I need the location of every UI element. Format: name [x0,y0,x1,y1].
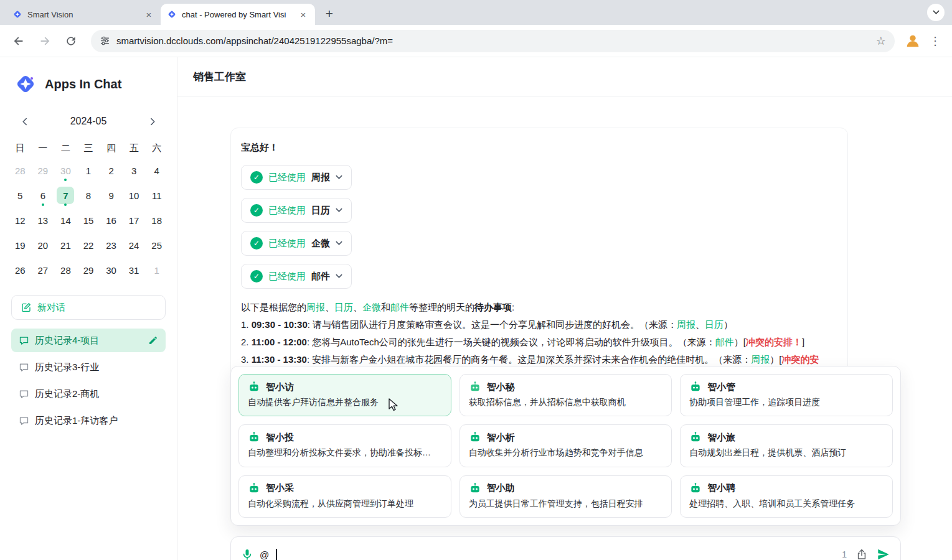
used-app-pill-mail[interactable]: ✓ 已经使用 邮件 [241,264,352,289]
send-icon[interactable] [877,548,890,560]
tab-close-icon[interactable]: × [298,9,309,20]
profile-avatar[interactable] [903,32,922,50]
agent-card-secretary[interactable]: 智小秘 获取招标信息，并从招标信息中获取商机 [460,374,672,416]
upload-icon[interactable] [855,548,868,560]
agent-card-analysis[interactable]: 智小析 自动收集并分析行业市场趋势和竞争对手信息 [460,424,672,467]
calendar-day[interactable]: 28 [9,158,32,183]
calendar-day[interactable]: 20 [32,233,55,258]
calendar-day[interactable]: 28 [54,258,77,282]
calendar-day[interactable]: 2 [100,158,123,183]
robot-icon [469,381,481,393]
source-link[interactable]: 周报 [677,319,695,330]
calendar-day[interactable]: 4 [145,158,168,183]
agent-name: 智小采 [266,482,294,494]
agent-card-bidding[interactable]: 智小投 自动整理和分析投标文件要求，协助准备投标… [238,424,451,467]
microphone-icon[interactable] [241,548,253,560]
reload-button[interactable] [60,30,82,52]
edit-pencil-icon[interactable] [148,335,158,345]
source-link[interactable]: 周报 [751,354,770,365]
agent-card-procurement[interactable]: 智小采 自动化采购流程，从供应商管理到订单处理 [238,475,451,518]
source-link[interactable]: 邮件 [715,337,734,347]
person-icon [904,32,921,50]
history-item-visit[interactable]: 历史记录1-拜访客户 [11,409,166,432]
browser-menu-button[interactable]: ⋮ [926,30,945,52]
source-link[interactable]: 周报 [306,302,325,312]
tab-chat[interactable]: chat - Powered by Smart Visi × [161,4,315,25]
source-link[interactable]: 企微 [362,302,381,312]
message-input[interactable]: @ [260,549,269,560]
site-info-icon[interactable] [100,35,110,46]
calendar-day[interactable]: 21 [54,233,77,258]
history-item-opportunity[interactable]: 历史记录2-商机 [11,382,166,406]
agent-card-manager[interactable]: 智小管 协助项目管理工作，追踪项目进度 [680,374,893,416]
calendar-day[interactable]: 23 [100,233,123,258]
tab-smart-vision[interactable]: Smart Vision × [6,4,161,25]
calendar-day[interactable]: 13 [32,208,55,233]
tab-search-button[interactable] [927,4,945,21]
calendar-day[interactable]: 25 [145,233,168,258]
tab-strip: Smart Vision × chat - Powered by Smart V… [0,0,952,25]
calendar-day[interactable]: 27 [32,258,55,282]
calendar-day[interactable]: 11 [145,183,168,208]
calendar-day[interactable]: 9 [100,183,123,208]
agent-card-assistant[interactable]: 智小助 为员工提供日常工作管理支持，包括日程安排 [460,475,672,518]
calendar-day[interactable]: 19 [9,233,32,258]
calendar-day[interactable]: 8 [77,183,100,208]
calendar-day[interactable]: 6 [32,183,55,208]
calendar-day[interactable]: 18 [145,208,168,233]
todo-text: : 请与销售团队进行月度策略审查会议。这是一个分享见解和同步进度的好机会。（来源… [308,319,677,330]
agent-card-visit[interactable]: 智小访 自动提供客户拜访信息并整合服务 [238,374,451,416]
calendar-day[interactable]: 29 [77,258,100,282]
conflict-warning: 冲突的安排！ [746,337,802,347]
intro-text: 等整理的明天的 [409,302,474,312]
calendar-day-number: 29 [34,162,52,179]
source-link[interactable]: 邮件 [390,302,409,312]
calendar-prev-button[interactable] [16,113,32,129]
calendar-day[interactable]: 14 [54,208,77,233]
calendar-day[interactable]: 17 [123,208,146,233]
calendar-day[interactable]: 30 [100,258,123,282]
forward-button[interactable] [34,30,56,52]
calendar-day[interactable]: 12 [9,208,32,233]
source-link[interactable]: 日历 [705,319,723,330]
robot-icon [248,431,260,444]
calendar-day[interactable]: 7 [54,183,77,208]
used-app-pill-wecom[interactable]: ✓ 已经使用 企微 [241,231,352,256]
source-link[interactable]: 日历 [334,302,353,312]
calendar-next-button[interactable] [144,113,161,129]
calendar-day[interactable]: 26 [9,258,32,282]
calendar-day[interactable]: 24 [123,233,146,258]
agent-name: 智小助 [487,482,515,494]
back-button[interactable] [7,30,30,52]
history-item-industry[interactable]: 历史记录3-行业 [11,355,166,379]
calendar-day[interactable]: 15 [77,208,100,233]
new-chat-button[interactable]: 新对话 [11,295,166,320]
used-app-pill-weekly[interactable]: ✓ 已经使用 周报 [241,165,352,190]
history-item-label: 历史记录2-商机 [35,388,99,400]
history-item-project[interactable]: 历史记录4-项目 [11,329,166,352]
calendar-day[interactable]: 10 [123,183,146,208]
calendar-day[interactable]: 22 [77,233,100,258]
used-app-pill-calendar[interactable]: ✓ 已经使用 日历 [241,198,352,223]
agent-name: 智小析 [487,432,515,444]
calendar-day-number: 10 [125,187,143,204]
calendar-day[interactable]: 30 [54,158,77,183]
agent-card-travel[interactable]: 智小旅 自动规划出差日程，提供机票、酒店预订 [680,424,893,467]
bookmark-star-icon[interactable]: ☆ [876,34,886,48]
calendar-day[interactable]: 3 [123,158,146,183]
calendar-day[interactable]: 5 [9,183,32,208]
url-text[interactable]: smartvision.dcclouds.com/appsinchat/2404… [116,35,870,46]
agent-name: 智小投 [266,432,294,444]
agent-card-recruiting[interactable]: 智小聘 处理招聘、入职、培训和员工关系管理任务 [680,475,893,518]
chat-input-bar[interactable]: @ 1 [230,536,901,560]
calendar-day[interactable]: 16 [100,208,123,233]
new-tab-button[interactable]: + [320,4,339,23]
calendar-day[interactable]: 1 [77,158,100,183]
pill-value: 企微 [311,238,330,250]
url-bar[interactable]: smartvision.dcclouds.com/appsinchat/2404… [91,30,895,52]
sidebar: Apps In Chat 2024-05 日 一 二 三 四 五 六 [0,57,177,560]
calendar-day[interactable]: 1 [145,258,168,282]
calendar-day[interactable]: 29 [32,158,55,183]
calendar-day[interactable]: 31 [123,258,146,282]
tab-close-icon[interactable]: × [143,9,154,20]
